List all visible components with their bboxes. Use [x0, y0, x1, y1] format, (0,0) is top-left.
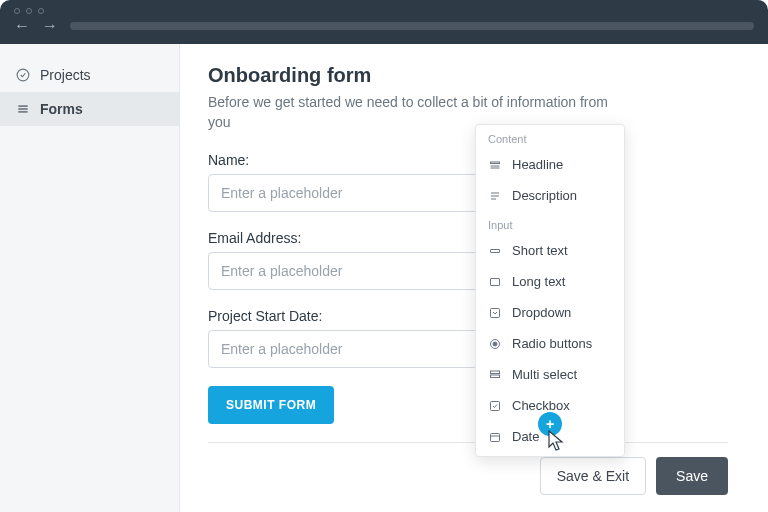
popover-item-description[interactable]: Description [476, 180, 624, 211]
browser-chrome: ← → [0, 0, 768, 44]
window-dot-icon [14, 8, 20, 14]
popover-item-dropdown[interactable]: Dropdown [476, 297, 624, 328]
checkbox-icon [488, 399, 502, 413]
svg-rect-20 [491, 375, 500, 378]
multiselect-icon [488, 368, 502, 382]
browser-nav: ← → [0, 18, 768, 40]
save-button[interactable]: Save [656, 457, 728, 495]
popover-item-headline[interactable]: Headline [476, 149, 624, 180]
sidebar: Projects Forms [0, 44, 180, 512]
description-icon [488, 189, 502, 203]
dropdown-icon [488, 306, 502, 320]
popover-item-long-text[interactable]: Long text [476, 266, 624, 297]
popover-item-label: Short text [512, 243, 568, 258]
app-shell: Projects Forms Onboarding form Before we… [0, 44, 768, 512]
sidebar-item-label: Projects [40, 67, 91, 83]
forward-arrow-icon[interactable]: → [42, 18, 58, 34]
form-title: Onboarding form [208, 64, 728, 87]
add-element-fab[interactable]: + [538, 412, 562, 436]
window-dot-icon [38, 8, 44, 14]
popover-item-label: Long text [512, 274, 566, 289]
long-text-icon [488, 275, 502, 289]
popover-section-heading: Input [476, 211, 624, 235]
sidebar-item-forms[interactable]: Forms [0, 92, 179, 126]
add-element-popover: Content Headline Description Input Short… [475, 124, 625, 457]
radio-icon [488, 337, 502, 351]
popover-item-multiselect[interactable]: Multi select [476, 359, 624, 390]
check-circle-icon [16, 68, 30, 82]
window-dot-icon [26, 8, 32, 14]
submit-button[interactable]: SUBMIT FORM [208, 386, 334, 424]
url-bar[interactable] [70, 22, 754, 30]
window-dots [0, 0, 768, 18]
popover-item-label: Radio buttons [512, 336, 592, 351]
svg-rect-8 [491, 162, 500, 164]
popover-item-label: Multi select [512, 367, 577, 382]
back-arrow-icon[interactable]: ← [14, 18, 30, 34]
svg-rect-16 [491, 308, 500, 317]
svg-rect-19 [491, 371, 500, 374]
save-exit-button[interactable]: Save & Exit [540, 457, 646, 495]
plus-icon: + [546, 416, 554, 432]
footer-actions: Save & Exit Save [208, 442, 728, 509]
popover-item-label: Description [512, 188, 577, 203]
svg-point-0 [17, 69, 29, 81]
popover-item-short-text[interactable]: Short text [476, 235, 624, 266]
menu-icon [16, 102, 30, 116]
sidebar-item-label: Forms [40, 101, 83, 117]
svg-rect-22 [491, 433, 500, 441]
svg-rect-15 [491, 278, 500, 285]
svg-rect-14 [491, 249, 500, 252]
svg-rect-21 [491, 401, 500, 410]
popover-item-label: Dropdown [512, 305, 571, 320]
popover-item-radio[interactable]: Radio buttons [476, 328, 624, 359]
date-icon [488, 430, 502, 444]
popover-item-label: Checkbox [512, 398, 570, 413]
sidebar-item-projects[interactable]: Projects [0, 58, 179, 92]
popover-item-label: Headline [512, 157, 563, 172]
headline-icon [488, 158, 502, 172]
main-content: Onboarding form Before we get started we… [180, 44, 768, 512]
short-text-icon [488, 244, 502, 258]
popover-section-heading: Content [476, 125, 624, 149]
svg-point-18 [493, 342, 497, 346]
popover-item-label: Date [512, 429, 539, 444]
